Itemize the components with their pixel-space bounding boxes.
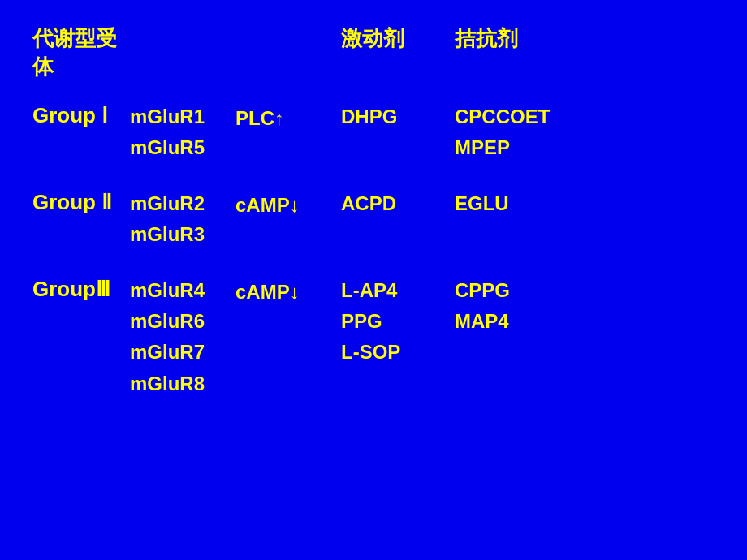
group-ii-receptor-1: mGluR2 [130, 188, 235, 219]
group-ii-antagonists: EGLU [455, 188, 617, 219]
group-ii-antagonist-1: EGLU [455, 188, 617, 219]
group-i-label: Group Ⅰ [32, 101, 130, 128]
group-i-receptors: mGluR1 mGluR5 [130, 101, 235, 164]
group-iii-receptor-2: mGluR6 [130, 306, 235, 337]
group-iii-signaling: cAMP↓ [235, 275, 341, 308]
group-ii-receptor-2: mGluR3 [130, 219, 235, 250]
group-i-receptor-1: mGluR1 [130, 101, 235, 132]
group-iii-agonists: L-AP4 PPG L-SOP [341, 275, 455, 368]
group-ii-label: Group Ⅱ [32, 188, 130, 215]
group-ii-receptors: mGluR2 mGluR3 [130, 188, 235, 251]
col-header-spacer1 [130, 24, 235, 81]
group-ii-section: Group Ⅱ mGluR2 mGluR3 cAMP↓ ACPD EGLU [32, 188, 715, 251]
slide: 代谢型受体 激动剂 拮抗剂 Group Ⅰ mGluR1 mGluR5 PLC↑… [0, 0, 747, 560]
col-header-spacer2 [235, 24, 341, 81]
group-iii-section: GroupⅢ mGluR4 mGluR6 mGluR7 mGluR8 cAMP↓… [32, 275, 715, 400]
group-i-antagonists: CPCCOET MPEP [455, 101, 617, 164]
group-i-agonist-1: DHPG [341, 101, 455, 132]
group-iii-antagonist-1: CPPG [455, 275, 617, 306]
group-iii-receptor-4: mGluR8 [130, 368, 235, 399]
group-iii-agonist-1: L-AP4 [341, 275, 455, 306]
group-i-receptor-2: mGluR5 [130, 132, 235, 163]
group-ii-agonists: ACPD [341, 188, 455, 219]
group-ii-signaling: cAMP↓ [235, 188, 341, 221]
group-i-section: Group Ⅰ mGluR1 mGluR5 PLC↑ DHPG CPCCOET … [32, 101, 715, 164]
group-i-agonists: DHPG [341, 101, 455, 132]
col-header-receptor: 代谢型受体 [32, 24, 130, 81]
group-iii-antagonists: CPPG MAP4 [455, 275, 617, 338]
group-iii-label: GroupⅢ [32, 275, 130, 302]
group-i-antagonist-2: MPEP [455, 132, 617, 163]
group-i-signaling: PLC↑ [235, 101, 341, 134]
group-iii-receptors: mGluR4 mGluR6 mGluR7 mGluR8 [130, 275, 235, 400]
group-iii-antagonist-2: MAP4 [455, 306, 617, 337]
group-i-antagonist-1: CPCCOET [455, 101, 617, 132]
col-header-agonist: 激动剂 [341, 24, 455, 81]
group-iii-receptor-1: mGluR4 [130, 275, 235, 306]
group-iii-agonist-3: L-SOP [341, 337, 455, 368]
group-iii-receptor-3: mGluR7 [130, 337, 235, 368]
col-header-antagonist: 拮抗剂 [455, 24, 617, 81]
group-ii-agonist-1: ACPD [341, 188, 455, 219]
header-row: 代谢型受体 激动剂 拮抗剂 [32, 24, 715, 81]
group-iii-agonist-2: PPG [341, 306, 455, 337]
